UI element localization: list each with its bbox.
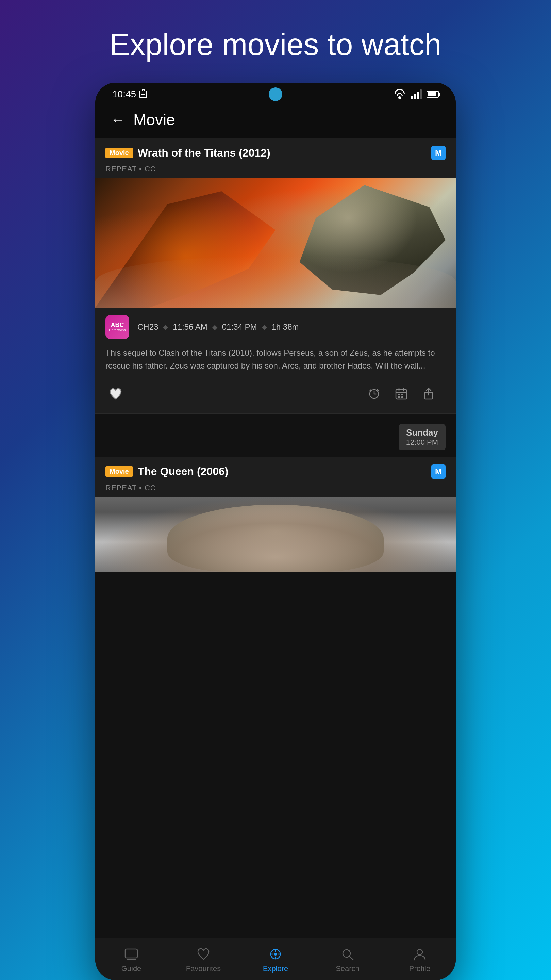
cloud-overlay — [95, 256, 456, 308]
nav-item-search[interactable]: Search — [311, 944, 384, 976]
status-icons — [394, 89, 439, 99]
date-badge: Sunday 12:00 PM — [399, 424, 446, 450]
movie-title-1: Wrath of the Titans (2012) — [138, 147, 270, 159]
movie-thumbnail-1 — [95, 178, 456, 308]
movie-thumbnail-2 — [95, 497, 456, 572]
back-button[interactable]: ← — [109, 110, 127, 130]
bottom-nav: Guide Favourites — [95, 938, 456, 980]
status-time: 10:45 — [112, 89, 147, 100]
guide-icon — [122, 947, 140, 962]
channel-info-1: ABC Entertains CH23 ◆ 11:56 AM ◆ 01:34 P… — [95, 308, 456, 347]
svg-point-28 — [417, 950, 422, 955]
favourites-icon — [195, 947, 212, 962]
nav-label-profile: Profile — [409, 964, 430, 973]
wifi-icon — [394, 89, 406, 99]
svg-rect-13 — [401, 396, 403, 398]
movie-title-row-2: Movie The Queen (2006) — [105, 465, 431, 478]
alarm-button-1[interactable] — [364, 383, 384, 404]
svg-line-27 — [349, 956, 353, 959]
svg-rect-10 — [398, 394, 400, 395]
movie-badge-2: Movie — [105, 466, 133, 477]
channel-logo-text: ABC — [111, 322, 124, 328]
movie-title-2: The Queen (2006) — [138, 465, 229, 478]
face-overlay — [95, 497, 456, 572]
svg-rect-11 — [401, 394, 403, 395]
app-content: Movie Wrath of the Titans (2012) M REPEA… — [95, 138, 456, 938]
share-button-1[interactable] — [418, 383, 439, 404]
movie-badge-1: Movie — [105, 148, 133, 158]
nav-item-favourites[interactable]: Favourites — [167, 944, 240, 976]
movie-card-2[interactable]: Movie The Queen (2006) M REPEAT • CC — [95, 457, 456, 572]
status-bar: 10:45 — [95, 83, 456, 103]
date-separator: Sunday 12:00 PM — [95, 414, 456, 457]
svg-rect-16 — [125, 949, 137, 958]
nav-item-explore[interactable]: Explore — [240, 944, 311, 976]
svg-rect-12 — [398, 396, 400, 398]
rating-badge-1: M — [431, 146, 446, 160]
action-row-1 — [95, 380, 456, 414]
nav-item-guide[interactable]: Guide — [95, 944, 167, 976]
nav-item-profile[interactable]: Profile — [384, 944, 456, 976]
rating-badge-2: M — [431, 465, 446, 479]
search-icon — [339, 947, 356, 962]
camera-notch — [269, 88, 282, 101]
channel-logo-1: ABC Entertains — [105, 315, 129, 339]
nav-label-search: Search — [336, 964, 359, 973]
favourite-button-1[interactable] — [105, 383, 126, 404]
battery-icon — [427, 91, 439, 98]
movie-description-1: This sequel to Clash of the Titans (2010… — [95, 347, 456, 380]
channel-details-1: CH23 ◆ 11:56 AM ◆ 01:34 PM ◆ 1h 38m — [137, 322, 299, 332]
svg-point-21 — [274, 953, 277, 956]
page-hero-title: Explore movies to watch — [0, 27, 551, 62]
signal-icon — [411, 89, 422, 99]
movie-card-1-header: Movie Wrath of the Titans (2012) M — [95, 138, 456, 163]
movie-card-2-header: Movie The Queen (2006) M — [95, 457, 456, 482]
movie-card-1[interactable]: Movie Wrath of the Titans (2012) M REPEA… — [95, 138, 456, 414]
movie-title-row-1: Movie Wrath of the Titans (2012) — [105, 147, 431, 159]
explore-icon — [267, 947, 284, 962]
profile-icon — [411, 947, 429, 962]
nav-label-favourites: Favourites — [186, 964, 221, 973]
nav-label-guide: Guide — [121, 964, 141, 973]
channel-logo-sub: Entertains — [109, 328, 126, 332]
movie-meta-2: REPEAT • CC — [95, 482, 456, 497]
date-badge-time: 12:00 PM — [406, 438, 438, 447]
movie-meta-1: REPEAT • CC — [95, 163, 456, 178]
page-title: Movie — [133, 111, 175, 129]
nav-label-explore: Explore — [263, 964, 288, 973]
date-badge-day: Sunday — [406, 427, 438, 438]
phone-frame: 10:45 — [95, 83, 456, 980]
app-header: ← Movie — [95, 103, 456, 138]
calendar-button-1[interactable] — [391, 383, 411, 404]
